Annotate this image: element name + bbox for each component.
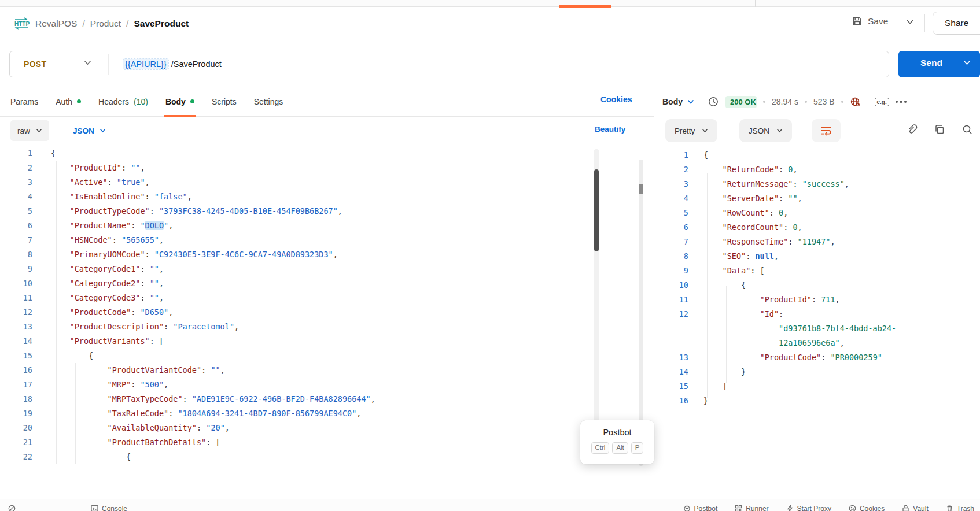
pane-splitter-grip[interactable] [639, 184, 643, 194]
line-number: 5 [660, 206, 688, 220]
line-number: 20 [0, 421, 32, 435]
code-text: "Id": [703, 307, 783, 321]
code-text: { [51, 450, 131, 464]
save-example-icon[interactable]: e.g. [875, 98, 889, 106]
line-number: 3 [0, 175, 32, 190]
statusbar-runner[interactable]: Runner [735, 505, 768, 511]
line-number: 6 [0, 219, 32, 233]
code-text: "CategoryCode3": "", [51, 291, 164, 305]
line-number: 6 [660, 220, 688, 235]
status-bar: Console PostbotRunnerStart ProxyCookiesV… [0, 499, 980, 511]
network-warning-icon[interactable] [850, 96, 861, 108]
code-text: "ProductDescription": "Paracetomol", [51, 320, 239, 334]
line-number: 10 [0, 276, 32, 291]
code-line: 16 "ProductVariantCode": "", [0, 363, 592, 377]
statusbar-circle-icon[interactable] [8, 505, 16, 511]
code-line: 11 "ProductId": 711, [660, 292, 980, 307]
url-variable-pill[interactable]: {{APIURL}} [123, 59, 168, 69]
body-language-dropdown[interactable]: JSON [73, 120, 106, 141]
statusbar-cookies[interactable]: Cookies [849, 505, 885, 511]
code-line: 10 "CategoryCode2": "", [0, 276, 592, 291]
tab-count-badge: (10) [134, 97, 148, 106]
code-line: 12 "ProductCode": "D650", [0, 305, 592, 320]
share-button[interactable]: Share [933, 12, 980, 35]
code-line: 1{ [660, 148, 980, 162]
statusbar-vault[interactable]: Vault [902, 505, 928, 511]
code-text: "ProductTypeCode": "3793FC38-4245-4D05-B… [51, 204, 342, 219]
beautify-link[interactable]: Beautify [595, 125, 625, 134]
send-button[interactable]: Send [898, 51, 980, 77]
tab-headers[interactable]: Headers(10) [98, 87, 148, 116]
copy-icon[interactable] [934, 124, 945, 135]
breadcrumb-section[interactable]: Product [90, 18, 121, 29]
method-selector[interactable]: POST [24, 51, 46, 77]
send-button-label: Send [920, 58, 942, 68]
code-line: 6 "ProductName": "DOLO", [0, 219, 592, 233]
tab-scripts[interactable]: Scripts [212, 87, 237, 116]
breadcrumb-separator: / [82, 18, 84, 29]
tab-auth[interactable]: Auth [56, 87, 81, 116]
response-time[interactable]: 28.94 s [772, 97, 798, 106]
code-line: 3 "Active": "true", [0, 175, 592, 190]
send-options-chevron-icon[interactable] [963, 60, 971, 65]
response-view-dropdown[interactable]: Pretty [665, 119, 717, 142]
search-icon[interactable] [961, 124, 973, 135]
wrap-text-button[interactable] [812, 119, 841, 142]
code-text: "ProductVariants": [ [51, 334, 164, 349]
more-actions-icon[interactable] [896, 101, 907, 103]
response-body-dropdown[interactable]: Body [662, 97, 694, 106]
share-button-label: Share [945, 18, 968, 28]
line-number: 17 [0, 377, 32, 392]
tab-params[interactable]: Params [10, 87, 38, 116]
response-body-viewer[interactable]: 1{2 "ReturnCode": 0,3 "ReturnMessage": "… [660, 148, 980, 420]
line-number: 22 [0, 450, 32, 464]
save-options-chevron-icon[interactable] [906, 19, 914, 25]
code-line: 12 "Id": [660, 307, 980, 321]
line-number: 8 [660, 249, 688, 264]
code-line: 11 "CategoryCode3": "", [0, 291, 592, 305]
statusbar-postbot[interactable]: Postbot [683, 505, 718, 511]
indent-guide [726, 286, 727, 383]
code-text: "ReturnMessage": "success", [703, 177, 849, 191]
line-number: 12 [0, 305, 32, 320]
indent-guide [94, 377, 94, 464]
chevron-down-icon [100, 128, 106, 133]
code-text: "RecordCount": 0, [703, 220, 802, 235]
code-text: { [703, 278, 746, 292]
code-line: 13 "ProductCode": "PR0000259" [660, 350, 980, 365]
url-bar-divider [108, 54, 109, 75]
code-text: "AvailableQuantity": "20", [51, 421, 230, 435]
response-language-dropdown[interactable]: JSON [739, 119, 792, 142]
response-size[interactable]: 523 B [813, 97, 835, 106]
breadcrumb-root[interactable]: RevalPOS [35, 18, 77, 29]
method-chevron-icon[interactable] [84, 60, 91, 65]
history-clock-icon[interactable] [708, 96, 719, 108]
code-line: 5 "ProductTypeCode": "3793FC38-4245-4D05… [0, 204, 592, 219]
editor-scrollbar-thumb[interactable] [594, 169, 599, 251]
save-button[interactable]: Save [852, 16, 888, 27]
line-number: 16 [0, 363, 32, 377]
paperclip-icon[interactable] [906, 124, 918, 135]
tab-strip-divider [755, 0, 756, 7]
code-line: 21 "ProductBatchDetails": [ [0, 435, 592, 450]
line-number [660, 321, 688, 336]
code-line: 17 "MRP": "500", [0, 377, 592, 392]
body-type-dropdown[interactable]: raw [10, 120, 49, 141]
statusbar-trash[interactable]: Trash [946, 505, 974, 511]
url-input[interactable]: {{APIURL}} /SaveProduct [123, 51, 222, 77]
request-body-editor[interactable]: 1{2 "ProductId": "",3 "Active": "true",4… [0, 146, 592, 466]
tab-settings[interactable]: Settings [254, 87, 283, 116]
code-text: { [51, 349, 93, 363]
line-number: 13 [660, 350, 688, 365]
statusbar-item-label: Vault [913, 505, 928, 511]
status-badge[interactable]: 200 OK [725, 96, 757, 108]
code-text: "HSNCode": "565655", [51, 233, 164, 247]
code-text: "MRP": "500", [51, 377, 168, 392]
line-number: 14 [0, 334, 32, 349]
green-dot-icon [77, 99, 81, 103]
cookies-link[interactable]: Cookies [600, 95, 632, 104]
statusbar-start-proxy[interactable]: Start Proxy [786, 505, 831, 511]
tab-body[interactable]: Body [165, 87, 194, 116]
statusbar-console[interactable]: Console [91, 505, 127, 511]
code-text: { [703, 148, 708, 162]
